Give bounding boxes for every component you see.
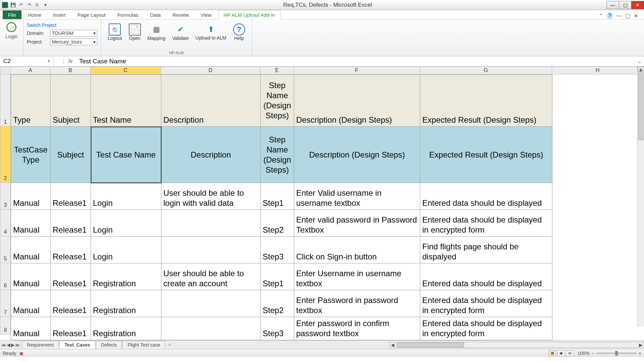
mapping-button[interactable]: ▦Mapping: [146, 23, 168, 42]
column-header-C[interactable]: C: [91, 66, 161, 74]
qat-misc-icon[interactable]: ⎘: [34, 2, 40, 8]
tab-insert[interactable]: Insert: [48, 10, 71, 19]
tab-file[interactable]: File: [3, 10, 21, 19]
sheet-tab-requirement[interactable]: Requirement: [22, 341, 59, 349]
zoom-in-button[interactable]: +: [639, 351, 641, 356]
row-header-2[interactable]: 2: [0, 126, 11, 183]
cell[interactable]: Step2: [261, 290, 294, 317]
new-sheet-button[interactable]: ✧: [165, 342, 174, 348]
cell[interactable]: Manual: [11, 290, 51, 317]
cell[interactable]: Subject: [51, 75, 91, 127]
redo-icon[interactable]: ↷: [26, 2, 32, 8]
cell[interactable]: Manual: [11, 237, 51, 263]
row-header-3[interactable]: 3: [0, 183, 11, 209]
zoom-slider[interactable]: [596, 353, 637, 354]
cell[interactable]: Registration: [91, 263, 161, 290]
close-button[interactable]: ✕: [631, 1, 644, 9]
tab-home[interactable]: Home: [22, 10, 47, 19]
cell[interactable]: Description: [161, 75, 261, 127]
cell[interactable]: Find flights page should be dispalyed: [420, 237, 552, 263]
row-header-6[interactable]: 6: [0, 263, 11, 290]
cell[interactable]: Entered data should be displayed in encr…: [420, 210, 552, 237]
project-select[interactable]: Mercury_tours ▾: [50, 39, 97, 45]
open-button[interactable]: 📄Open: [127, 23, 143, 42]
cell[interactable]: Registration: [91, 290, 161, 317]
validate-button[interactable]: ✔Validate: [170, 23, 191, 42]
cell[interactable]: Login: [91, 210, 161, 237]
cell[interactable]: [161, 237, 261, 263]
column-header-G[interactable]: G: [420, 66, 552, 74]
formula-expand-icon[interactable]: ⌄: [635, 58, 644, 64]
column-header-B[interactable]: B: [50, 66, 91, 74]
tab-formulas[interactable]: Formulas: [112, 10, 144, 19]
cell[interactable]: Test Case Name: [91, 127, 161, 183]
cell[interactable]: Step3: [261, 317, 294, 340]
cell[interactable]: Release1: [51, 317, 91, 340]
maximize-button[interactable]: ▢: [619, 1, 632, 9]
macro-record-icon[interactable]: ◼: [19, 351, 23, 356]
view-layout-button[interactable]: ▣: [557, 350, 565, 356]
cell[interactable]: Description (Design Steps): [294, 75, 420, 127]
cell[interactable]: Login: [91, 183, 161, 210]
horizontal-scrollbar[interactable]: ◀▶: [389, 342, 644, 348]
cell[interactable]: User should be able to create an account: [161, 263, 261, 290]
tab-page-layout[interactable]: Page Layout: [72, 10, 111, 19]
cell[interactable]: Type: [11, 75, 51, 127]
cell[interactable]: Step1: [261, 183, 294, 210]
cell[interactable]: Login: [91, 237, 161, 263]
cell[interactable]: Release1: [51, 290, 91, 317]
sheet-tab-test_cases[interactable]: Test_Cases: [59, 341, 95, 349]
cell[interactable]: Release1: [51, 263, 91, 290]
cell[interactable]: Enter Valid username in username textbox: [294, 183, 420, 210]
cell[interactable]: Step3: [261, 237, 294, 263]
row-header-8[interactable]: 8: [0, 317, 11, 335]
fx-icon[interactable]: fx: [64, 58, 77, 65]
cell[interactable]: Release1: [51, 210, 91, 237]
cell[interactable]: TestCase Type: [11, 127, 51, 183]
login-label[interactable]: Login: [5, 34, 18, 39]
cell[interactable]: Test Name: [91, 75, 161, 127]
upload-button[interactable]: ⬆Upload to ALM: [194, 23, 228, 42]
column-header-E[interactable]: E: [260, 66, 294, 74]
qat-customize-icon[interactable]: ▾: [42, 2, 48, 8]
cell[interactable]: Step1: [261, 263, 294, 290]
cell[interactable]: Release1: [51, 237, 91, 263]
save-icon[interactable]: 💾: [10, 2, 16, 8]
name-box[interactable]: C2▾: [0, 57, 54, 66]
cell[interactable]: Manual: [11, 183, 51, 210]
column-header-F[interactable]: F: [294, 66, 420, 74]
sheet-nav[interactable]: ⏮◀▶⏭: [0, 342, 21, 348]
domain-select[interactable]: TOURSIM ▾: [50, 30, 97, 37]
ribbon-help-button[interactable]: ?Help: [231, 23, 247, 42]
help-icon[interactable]: ?: [606, 12, 613, 19]
formula-input[interactable]: [77, 57, 635, 66]
column-header-D[interactable]: D: [161, 66, 260, 74]
cell[interactable]: User should be able to login with valid …: [161, 183, 261, 210]
cell[interactable]: Expected Result (Design Steps): [420, 75, 552, 127]
row-header-1[interactable]: 1: [0, 74, 11, 126]
select-all-corner[interactable]: [0, 66, 11, 74]
tab-hp-alm-upload-add-in[interactable]: HP ALM Upload Add-in: [218, 10, 281, 19]
login-icon[interactable]: [6, 22, 16, 32]
cell[interactable]: Registration: [91, 317, 161, 340]
view-normal-button[interactable]: ▦: [549, 350, 556, 356]
cell[interactable]: Entered data should be displayed in encr…: [420, 290, 552, 317]
tab-review[interactable]: Review: [167, 10, 194, 19]
cell[interactable]: Entered data should be displayed: [420, 263, 552, 290]
window-close-icon[interactable]: ✕: [634, 13, 638, 19]
sheet-tab-defects[interactable]: Defects: [96, 341, 122, 349]
cell[interactable]: Step Name (Design Steps): [261, 127, 294, 183]
cell[interactable]: [161, 210, 261, 237]
logout-button[interactable]: ⎋Logout: [106, 23, 124, 42]
tab-data[interactable]: Data: [145, 10, 166, 19]
cell[interactable]: Release1: [51, 183, 91, 210]
undo-icon[interactable]: ↶: [18, 2, 24, 8]
column-header-A[interactable]: A: [11, 66, 50, 74]
cell[interactable]: Description: [161, 127, 261, 183]
cell[interactable]: Entered data should be displayed: [420, 183, 552, 210]
view-pagebreak-button[interactable]: ▤: [566, 350, 574, 356]
cell[interactable]: Expected Result (Design Steps): [420, 127, 552, 183]
cell[interactable]: Enter password in confirm password textb…: [294, 317, 420, 340]
cell[interactable]: Enter Username in username textbox: [294, 263, 420, 290]
cell[interactable]: Step Name (Design Steps): [261, 75, 294, 127]
